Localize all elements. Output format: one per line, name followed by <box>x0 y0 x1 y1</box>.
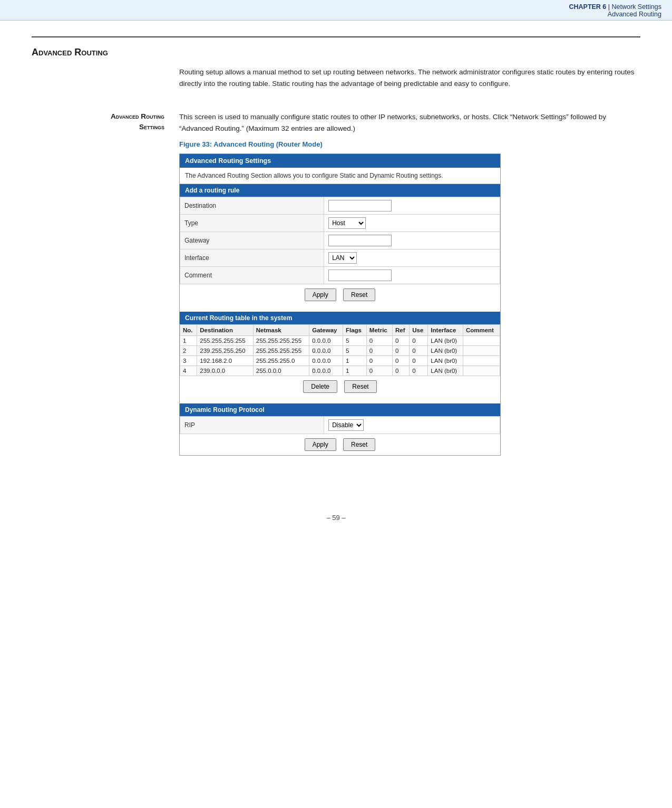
routing-table-bar: Current Routing table in the system <box>180 312 500 324</box>
table-cell <box>463 366 500 376</box>
section-divider <box>32 36 640 37</box>
reset-button-3[interactable]: Reset <box>343 438 375 451</box>
footer-text: – 59 – <box>326 514 345 522</box>
interface-row: Interface LAN WAN <box>180 249 500 267</box>
header-separator: | <box>606 3 611 11</box>
table-cell: 0.0.0.0 <box>309 336 343 346</box>
table-cell: 1 <box>343 366 366 376</box>
table-cell: 239.255.255.250 <box>197 346 253 356</box>
reset-button-2[interactable]: Reset <box>344 380 376 393</box>
comment-value <box>324 267 500 284</box>
delete-button[interactable]: Delete <box>303 380 337 393</box>
router-panel: Advanced Routing Settings The Advanced R… <box>179 153 501 456</box>
col-netmask: Netmask <box>253 325 309 336</box>
table-cell: 0 <box>410 356 428 366</box>
table-cell: 0 <box>392 366 409 376</box>
chapter-label: CHAPTER 6 <box>569 3 606 11</box>
add-rule-bar: Add a routing rule <box>180 184 500 197</box>
table-cell: 0 <box>366 366 392 376</box>
destination-label: Destination <box>180 197 324 215</box>
dynamic-routing-form: RIP Disable Enable <box>180 416 500 434</box>
table-cell: LAN (br0) <box>428 356 463 366</box>
table-cell: LAN (br0) <box>428 366 463 376</box>
apply-button-1[interactable]: Apply <box>305 288 336 301</box>
col-ref: Ref <box>392 325 409 336</box>
dynamic-routing-bar: Dynamic Routing Protocol <box>180 403 500 416</box>
description-block: Routing setup allows a manual method to … <box>32 66 640 89</box>
interface-value: LAN WAN <box>324 249 500 267</box>
col-interface: Interface <box>428 325 463 336</box>
reset-button-1[interactable]: Reset <box>343 288 375 301</box>
routing-table: No. Destination Netmask Gateway Flags Me… <box>180 324 500 376</box>
interface-select[interactable]: LAN WAN <box>328 252 357 264</box>
table-cell: 0 <box>410 346 428 356</box>
table-button-row: Delete Reset <box>180 376 500 397</box>
apply-button-2[interactable]: Apply <box>305 438 336 451</box>
table-cell: 4 <box>180 366 197 376</box>
destination-input[interactable] <box>328 200 392 211</box>
settings-block: Advanced Routing Settings This screen is… <box>32 111 640 456</box>
table-cell: 3 <box>180 356 197 366</box>
gateway-input[interactable] <box>328 235 392 246</box>
table-cell: LAN (br0) <box>428 336 463 346</box>
form-button-row: Apply Reset <box>180 284 500 305</box>
table-cell: 255.0.0.0 <box>253 366 309 376</box>
section-title: Advanced Routing <box>32 47 640 58</box>
table-row: 3192.168.2.0255.255.255.00.0.0.01000LAN … <box>180 356 500 366</box>
table-cell: 0 <box>366 336 392 346</box>
table-cell: 5 <box>343 336 366 346</box>
table-cell: 0 <box>392 346 409 356</box>
header-subtitle: Advanced Routing <box>608 11 661 18</box>
page-header: CHAPTER 6 | Network Settings Advanced Ro… <box>0 0 672 21</box>
panel-header: Advanced Routing Settings <box>180 154 500 168</box>
rip-row: RIP Disable Enable <box>180 417 500 434</box>
interface-label: Interface <box>180 249 324 267</box>
col-gateway: Gateway <box>309 325 343 336</box>
col-comment: Comment <box>463 325 500 336</box>
header-title: Network Settings <box>612 3 661 11</box>
rip-select[interactable]: Disable Enable <box>328 419 364 431</box>
type-row: Type Host Network <box>180 215 500 232</box>
routing-table-header-row: No. Destination Netmask Gateway Flags Me… <box>180 325 500 336</box>
table-cell: 192.168.2.0 <box>197 356 253 366</box>
table-cell <box>463 356 500 366</box>
type-value: Host Network <box>324 215 500 232</box>
col-destination: Destination <box>197 325 253 336</box>
table-cell <box>463 336 500 346</box>
gateway-label: Gateway <box>180 232 324 249</box>
type-label: Type <box>180 215 324 232</box>
table-cell: 0.0.0.0 <box>309 356 343 366</box>
table-row: 4239.0.0.0255.0.0.00.0.0.01000LAN (br0) <box>180 366 500 376</box>
destination-value <box>324 197 500 215</box>
table-cell: 255.255.255.255 <box>253 346 309 356</box>
table-cell: 2 <box>180 346 197 356</box>
add-rule-form: Destination Type Host Network <box>180 197 500 284</box>
figure-label: Figure 33: Advanced Routing (Router Mode… <box>179 140 640 148</box>
table-cell: 255.255.255.255 <box>197 336 253 346</box>
destination-row: Destination <box>180 197 500 215</box>
gateway-value <box>324 232 500 249</box>
table-cell: 1 <box>180 336 197 346</box>
table-cell: 5 <box>343 346 366 356</box>
table-cell: 255.255.255.255 <box>253 336 309 346</box>
table-cell: 0 <box>392 356 409 366</box>
table-cell: 0.0.0.0 <box>309 346 343 356</box>
left-label-empty <box>32 66 179 89</box>
table-cell: 0 <box>410 336 428 346</box>
rip-label: RIP <box>180 417 324 434</box>
section-description: Routing setup allows a manual method to … <box>179 66 640 89</box>
settings-description: This screen is used to manually configur… <box>179 111 640 134</box>
comment-row: Comment <box>180 267 500 284</box>
table-cell: 1 <box>343 356 366 366</box>
comment-label: Comment <box>180 267 324 284</box>
dynamic-button-row: Apply Reset <box>180 434 500 455</box>
col-no: No. <box>180 325 197 336</box>
table-row: 1255.255.255.255255.255.255.2550.0.0.050… <box>180 336 500 346</box>
table-cell: 0.0.0.0 <box>309 366 343 376</box>
page-footer: – 59 – <box>0 503 672 532</box>
comment-input[interactable] <box>328 270 392 281</box>
main-content: Advanced Routing Routing setup allows a … <box>0 21 672 503</box>
type-select[interactable]: Host Network <box>328 217 366 229</box>
table-row: 2239.255.255.250255.255.255.2550.0.0.050… <box>180 346 500 356</box>
gateway-row: Gateway <box>180 232 500 249</box>
